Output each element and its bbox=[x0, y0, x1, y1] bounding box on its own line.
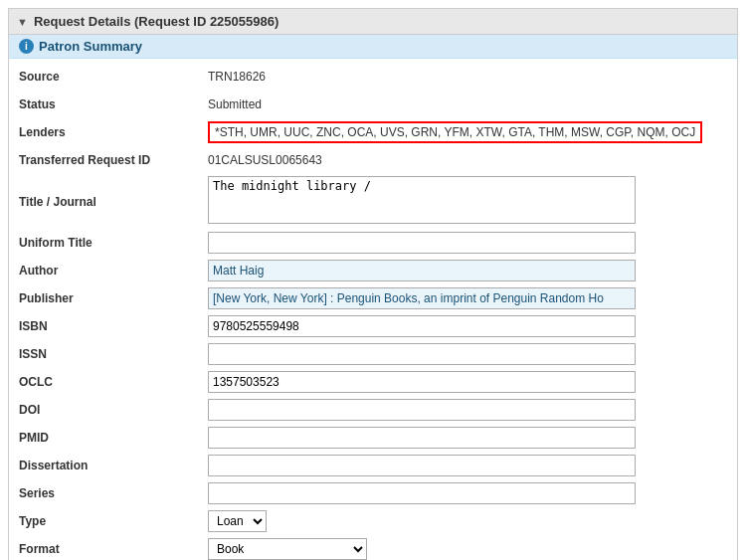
pmid-input[interactable] bbox=[208, 427, 636, 449]
oclc-input[interactable] bbox=[208, 371, 636, 393]
transferred-label: Transferred Request ID bbox=[19, 153, 208, 167]
doi-row: DOI bbox=[19, 398, 727, 422]
format-label: Format bbox=[19, 542, 208, 556]
oclc-label: OCLC bbox=[19, 375, 208, 389]
dissertation-label: Dissertation bbox=[19, 459, 208, 472]
status-row: Status Submitted bbox=[19, 93, 727, 116]
author-row: Author bbox=[19, 259, 727, 282]
title-textarea[interactable]: The midnight library / bbox=[208, 176, 636, 224]
oclc-row: OCLC bbox=[19, 370, 727, 394]
isbn-value bbox=[208, 315, 727, 337]
doi-value bbox=[208, 399, 727, 421]
title-value: The midnight library / bbox=[208, 176, 727, 227]
dissertation-input[interactable] bbox=[208, 455, 636, 476]
series-input[interactable] bbox=[208, 482, 636, 504]
pmid-row: PMID bbox=[19, 426, 727, 450]
author-label: Author bbox=[19, 264, 208, 278]
type-select[interactable]: Loan Copy bbox=[208, 510, 267, 532]
isbn-input[interactable] bbox=[208, 315, 636, 337]
transferred-row: Transferred Request ID 01CALSUSL0065643 bbox=[19, 148, 727, 172]
issn-row: ISSN bbox=[19, 342, 727, 366]
patron-summary-bar: i Patron Summary bbox=[9, 35, 737, 59]
oclc-value bbox=[208, 371, 727, 393]
author-value bbox=[208, 260, 727, 281]
dissertation-row: Dissertation bbox=[19, 454, 727, 477]
publisher-label: Publisher bbox=[19, 291, 208, 305]
isbn-row: ISBN bbox=[19, 314, 727, 338]
series-row: Series bbox=[19, 481, 727, 505]
publisher-input[interactable] bbox=[208, 287, 636, 309]
lenders-box: *STH, UMR, UUC, ZNC, OCA, UVS, GRN, YFM,… bbox=[208, 121, 702, 143]
panel-header[interactable]: ▼ Request Details (Request ID 225055986) bbox=[9, 9, 737, 35]
status-value: Submitted bbox=[208, 97, 727, 111]
uniform-title-value bbox=[208, 232, 727, 254]
source-value: TRN18626 bbox=[208, 70, 727, 84]
isbn-label: ISBN bbox=[19, 319, 208, 333]
lenders-value: *STH, UMR, UUC, ZNC, OCA, UVS, GRN, YFM,… bbox=[208, 121, 727, 143]
panel-title: Request Details (Request ID 225055986) bbox=[34, 14, 279, 29]
publisher-value bbox=[208, 287, 727, 309]
series-label: Series bbox=[19, 486, 208, 500]
issn-label: ISSN bbox=[19, 347, 208, 361]
lenders-label: Lenders bbox=[19, 125, 208, 139]
status-label: Status bbox=[19, 97, 208, 111]
dissertation-value bbox=[208, 455, 727, 476]
patron-summary-label: Patron Summary bbox=[39, 39, 142, 54]
issn-value bbox=[208, 343, 727, 365]
type-value: Loan Copy bbox=[208, 510, 727, 532]
uniform-title-label: Uniform Title bbox=[19, 236, 208, 250]
transferred-value: 01CALSUSL0065643 bbox=[208, 153, 727, 167]
title-label: Title / Journal bbox=[19, 195, 208, 209]
doi-label: DOI bbox=[19, 403, 208, 417]
issn-input[interactable] bbox=[208, 343, 636, 365]
format-select[interactable]: Book Article Other bbox=[208, 538, 367, 560]
pmid-label: PMID bbox=[19, 431, 208, 445]
pmid-value bbox=[208, 427, 727, 449]
series-value bbox=[208, 482, 727, 504]
author-input[interactable] bbox=[208, 260, 636, 281]
publisher-row: Publisher bbox=[19, 286, 727, 310]
type-row: Type Loan Copy bbox=[19, 509, 727, 533]
uniform-title-input[interactable] bbox=[208, 232, 636, 254]
uniform-title-row: Uniform Title bbox=[19, 231, 727, 255]
doi-input[interactable] bbox=[208, 399, 636, 421]
source-row: Source TRN18626 bbox=[19, 65, 727, 89]
type-label: Type bbox=[19, 514, 208, 528]
form-body: Source TRN18626 Status Submitted Lenders… bbox=[9, 59, 737, 560]
format-value: Book Article Other bbox=[208, 538, 727, 560]
lenders-row: Lenders *STH, UMR, UUC, ZNC, OCA, UVS, G… bbox=[19, 120, 727, 144]
request-details-panel: ▼ Request Details (Request ID 225055986)… bbox=[8, 8, 738, 560]
title-row: Title / Journal The midnight library / bbox=[19, 176, 727, 227]
format-row: Format Book Article Other bbox=[19, 537, 727, 560]
info-icon: i bbox=[19, 39, 34, 54]
source-label: Source bbox=[19, 70, 208, 84]
collapse-arrow-icon: ▼ bbox=[17, 16, 28, 28]
